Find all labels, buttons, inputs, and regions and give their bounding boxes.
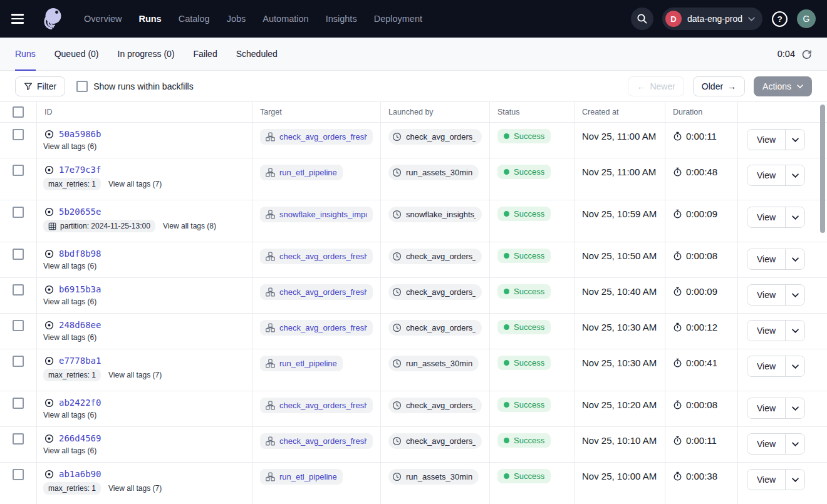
row-checkbox[interactable]	[13, 320, 24, 331]
run-id-link[interactable]: 8bdf8b98	[59, 249, 101, 259]
nav-item-automation[interactable]: Automation	[263, 14, 308, 24]
launched-by-link[interactable]: run_assets_30min	[388, 356, 479, 371]
run-id-link[interactable]: ab1a6b90	[59, 469, 101, 479]
view-all-tags-link[interactable]: View all tags (7)	[108, 180, 162, 188]
nav-item-runs[interactable]: Runs	[138, 14, 161, 24]
view-dropdown-button[interactable]	[785, 398, 804, 418]
nav-item-jobs[interactable]: Jobs	[227, 14, 246, 24]
nav-item-insights[interactable]: Insights	[326, 14, 357, 24]
tab-failed[interactable]: Failed	[194, 38, 217, 70]
dagster-logo[interactable]	[39, 6, 65, 32]
run-id-link[interactable]: e7778ba1	[59, 356, 101, 366]
row-checkbox[interactable]	[13, 433, 24, 445]
run-target-link[interactable]: check_avg_orders_freshne	[260, 284, 373, 300]
row-checkbox[interactable]	[13, 469, 24, 480]
view-all-tags-link[interactable]: View all tags (6)	[43, 297, 96, 306]
run-target-link[interactable]: check_avg_orders_freshne	[260, 320, 373, 336]
view-all-tags-link[interactable]: View all tags (6)	[43, 142, 96, 151]
view-all-tags-link[interactable]: View all tags (6)	[43, 411, 96, 419]
view-dropdown-button[interactable]	[785, 434, 804, 454]
view-dropdown-button[interactable]	[785, 321, 804, 341]
run-target-link[interactable]: run_etl_pipeline	[260, 469, 343, 485]
run-id-link[interactable]: 248d68ee	[59, 320, 101, 330]
run-target-link[interactable]: run_etl_pipeline	[260, 356, 343, 371]
launched-by-link[interactable]: snowflake_insights_…	[388, 207, 482, 222]
row-checkbox[interactable]	[13, 249, 24, 260]
duration-value: 0:00:48	[686, 167, 717, 177]
launched-by-link[interactable]: check_avg_orders_f…	[388, 249, 482, 264]
view-button[interactable]: View	[747, 434, 785, 454]
view-dropdown-button[interactable]	[785, 249, 804, 269]
view-button[interactable]: View	[747, 356, 785, 376]
row-checkbox[interactable]	[13, 207, 24, 218]
view-all-tags-link[interactable]: View all tags (8)	[163, 222, 216, 230]
view-button[interactable]: View	[747, 249, 785, 269]
view-button[interactable]: View	[747, 207, 785, 227]
tab-scheduled[interactable]: Scheduled	[236, 38, 278, 70]
row-checkbox[interactable]	[13, 398, 24, 409]
row-checkbox[interactable]	[13, 284, 24, 296]
search-icon[interactable]	[631, 8, 653, 30]
vertical-scrollbar-thumb[interactable]	[820, 105, 825, 233]
run-target-link[interactable]: check_avg_orders_freshne	[260, 398, 373, 413]
run-id-link[interactable]: 5b20655e	[59, 207, 101, 217]
view-button[interactable]: View	[747, 398, 785, 418]
view-dropdown-button[interactable]	[785, 285, 804, 305]
nav-item-deployment[interactable]: Deployment	[374, 14, 422, 24]
view-dropdown-button[interactable]	[785, 165, 804, 185]
view-all-tags-link[interactable]: View all tags (6)	[43, 262, 96, 270]
actions-button[interactable]: Actions	[754, 76, 812, 96]
refresh-icon[interactable]	[801, 49, 812, 59]
run-id-link[interactable]: 17e79c3f	[59, 165, 101, 175]
tab-in-progress[interactable]: In progress (0)	[118, 38, 175, 70]
launched-by-link[interactable]: run_assets_30min	[388, 469, 479, 485]
older-button[interactable]: Older →	[693, 76, 745, 96]
launched-by-link[interactable]: check_avg_orders_f…	[388, 284, 482, 300]
view-dropdown-button[interactable]	[785, 356, 804, 376]
newer-button[interactable]: ← Newer	[628, 76, 684, 96]
launched-by-link[interactable]: check_avg_orders_f…	[388, 320, 482, 336]
asset-graph-icon	[266, 287, 275, 297]
row-checkbox[interactable]	[13, 356, 24, 367]
launched-by-link[interactable]: check_avg_orders_f…	[388, 433, 482, 449]
view-button[interactable]: View	[747, 285, 785, 305]
view-dropdown-button[interactable]	[785, 130, 804, 150]
launched-by-link[interactable]: check_avg_orders_f…	[388, 398, 482, 413]
row-checkbox[interactable]	[13, 129, 24, 140]
view-all-tags-link[interactable]: View all tags (7)	[108, 371, 162, 379]
run-id-link[interactable]: 50a5986b	[59, 129, 101, 139]
select-all-checkbox[interactable]	[13, 106, 24, 118]
tab-queued[interactable]: Queued (0)	[55, 38, 99, 70]
status-dot	[504, 438, 509, 443]
tab-runs[interactable]: Runs	[15, 38, 36, 70]
hamburger-menu-icon[interactable]	[11, 12, 28, 26]
workspace-switcher[interactable]: D data-eng-prod	[662, 8, 762, 30]
nav-item-overview[interactable]: Overview	[84, 14, 122, 24]
nav-item-catalog[interactable]: Catalog	[179, 14, 210, 24]
view-all-tags-link[interactable]: View all tags (6)	[43, 446, 96, 455]
run-id-link[interactable]: 266d4569	[59, 433, 101, 443]
row-checkbox[interactable]	[13, 165, 24, 176]
view-button-group: View	[747, 433, 805, 455]
backfills-checkbox[interactable]	[76, 81, 88, 92]
run-target-link[interactable]: snowflake_insights_import	[260, 207, 373, 222]
run-target-link[interactable]: run_etl_pipeline	[260, 165, 343, 180]
user-avatar[interactable]: G	[797, 9, 816, 28]
launched-by-link[interactable]: check_avg_orders_f…	[388, 129, 482, 145]
filter-button[interactable]: Filter	[15, 76, 65, 96]
help-icon[interactable]: ?	[771, 11, 788, 28]
run-id-link[interactable]: b6915b3a	[59, 284, 101, 294]
view-all-tags-link[interactable]: View all tags (6)	[43, 333, 96, 342]
launched-by-link[interactable]: run_assets_30min	[388, 165, 479, 180]
view-button[interactable]: View	[747, 470, 785, 490]
run-id-link[interactable]: ab2422f0	[59, 398, 101, 408]
view-button[interactable]: View	[747, 165, 785, 185]
run-target-link[interactable]: check_avg_orders_freshne	[260, 129, 373, 145]
run-target-link[interactable]: check_avg_orders_freshne	[260, 433, 373, 449]
view-all-tags-link[interactable]: View all tags (7)	[108, 484, 162, 493]
view-button[interactable]: View	[747, 130, 785, 150]
view-dropdown-button[interactable]	[785, 470, 804, 490]
run-target-link[interactable]: check_avg_orders_freshne	[260, 249, 373, 264]
view-button[interactable]: View	[747, 321, 785, 341]
view-dropdown-button[interactable]	[785, 207, 804, 227]
